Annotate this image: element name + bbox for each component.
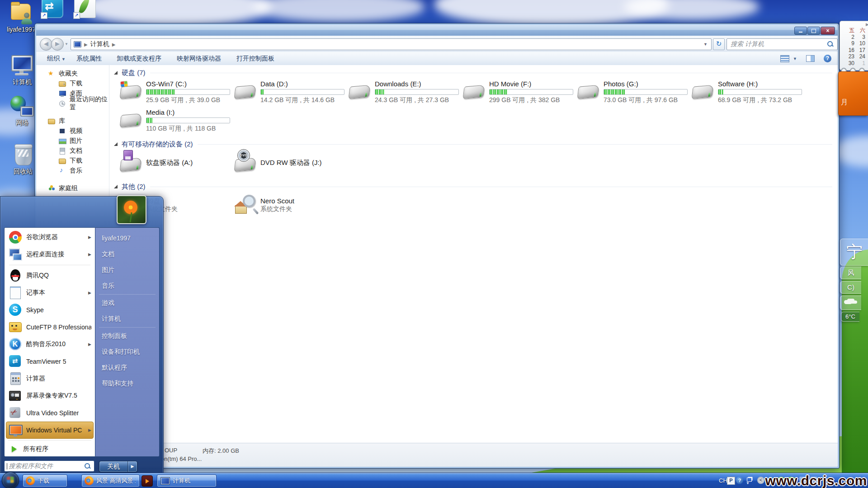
collapse-triangle-icon[interactable]: [114, 142, 118, 146]
start-menu-item[interactable]: 远程桌面连接▶: [5, 246, 95, 263]
shutdown-label[interactable]: 关机: [99, 461, 127, 472]
tile-Photos (G:)[interactable]: Photos (G:)73.0 GB 可用 , 共 97.6 GB: [570, 80, 684, 104]
organize-menu[interactable]: 组织▼: [47, 55, 66, 63]
calendar-next-icon[interactable]: ▶: [866, 22, 868, 27]
calendar-day[interactable]: 10: [854, 40, 865, 47]
user-avatar[interactable]: [117, 195, 146, 224]
start-menu-item[interactable]: CuteFTP 8 Professional: [5, 319, 95, 336]
start-menu-item[interactable]: K酷狗音乐2010▶: [5, 336, 95, 353]
tile-Media (I:)[interactable]: Media (I:)110 GB 可用 , 共 118 GB: [113, 108, 227, 133]
media-player-icon[interactable]: [142, 475, 153, 487]
all-programs-button[interactable]: 所有程序: [5, 441, 95, 457]
collapse-triangle-icon[interactable]: [114, 185, 118, 188]
start-menu-item[interactable]: 腾讯QQ: [5, 267, 95, 284]
start-menu-item[interactable]: 屏幕录像专家V7.5: [5, 387, 95, 404]
start-menu-item[interactable]: Windows Virtual PC▶: [6, 422, 94, 439]
tile-Downloads (E:)[interactable]: Downloads (E:)24.3 GB 可用 , 共 27.3 GB: [341, 80, 456, 104]
title-bar[interactable]: ×: [36, 25, 838, 36]
start-menu-place-音乐[interactable]: 音乐: [95, 278, 159, 294]
calendar-page[interactable]: 月: [838, 71, 868, 116]
tray-chevron-icon[interactable]: ▼: [746, 481, 753, 488]
calendar-day[interactable]: 23: [844, 53, 854, 60]
calendar-day[interactable]: 30: [844, 60, 854, 67]
toolbar-button[interactable]: 打开控制面板: [236, 55, 274, 62]
teamviewer-shortcut-icon[interactable]: ↗: [42, 0, 63, 18]
tile-Nero Scout[interactable]: Nero Scout系统文件夹: [227, 193, 341, 216]
start-menu-item[interactable]: ⇄TeamViewer 5: [5, 353, 95, 370]
tile-Software (H:)[interactable]: Software (H:)68.9 GB 可用 , 共 73.2 GB: [684, 80, 799, 104]
refresh-button[interactable]: ↻: [713, 38, 725, 50]
tray-expand-icon[interactable]: <: [757, 477, 764, 484]
weather-gadget-city[interactable]: 宁: [840, 239, 868, 266]
breadcrumb[interactable]: 计算机: [90, 40, 109, 48]
calendar-day[interactable]: 3: [854, 34, 865, 41]
help-tray-icon[interactable]: ?: [736, 477, 743, 484]
input-method-icon[interactable]: P: [727, 477, 735, 485]
sidebar-group-0[interactable]: 收藏夹: [36, 69, 109, 79]
desktop-icon-user-folder[interactable]: liyafe1997: [4, 2, 39, 33]
photoshop-shortcut-icon[interactable]: ↗: [74, 0, 96, 18]
taskbar-button[interactable]: 风景 高清风景 最近...: [81, 474, 140, 487]
start-menu-place-设备和打印机[interactable]: 设备和打印机: [95, 344, 159, 360]
shutdown-button[interactable]: 关机 ▶: [99, 461, 137, 472]
tile-HD Movie (F:)[interactable]: HD Movie (F:)299 GB 可用 , 共 382 GB: [456, 80, 570, 104]
start-menu-place-计算机[interactable]: 计算机: [95, 311, 159, 327]
history-dropdown-icon[interactable]: ▼: [65, 42, 68, 46]
group-header[interactable]: 有可移动存储的设备 (2): [114, 139, 832, 149]
start-menu-place-默认程序[interactable]: 默认程序: [95, 360, 159, 375]
calendar-day[interactable]: 16: [844, 47, 854, 54]
start-menu-item[interactable]: 谷歌浏览器▶: [5, 229, 95, 246]
start-menu-item[interactable]: 计算器: [5, 370, 95, 387]
start-menu-place-帮助和支持[interactable]: 帮助和支持: [95, 375, 159, 391]
sidebar-item[interactable]: 下载: [36, 156, 109, 166]
back-button[interactable]: ◀: [40, 38, 52, 51]
start-button[interactable]: [2, 472, 19, 488]
toolbar-button[interactable]: 系统属性: [76, 55, 102, 62]
group-header[interactable]: 硬盘 (7): [114, 68, 832, 78]
start-menu-place-游戏[interactable]: 游戏: [95, 295, 159, 311]
search-box[interactable]: 搜索 计算机: [726, 38, 838, 50]
taskbar-button[interactable]: 下载: [23, 474, 67, 487]
shutdown-options-icon[interactable]: ▶: [128, 461, 137, 472]
collapse-triangle-icon[interactable]: [114, 71, 118, 75]
address-bar[interactable]: ▶ 计算机 ▶ ▼: [71, 38, 712, 50]
sidebar-item[interactable]: 音乐: [36, 166, 109, 176]
views-button[interactable]: ▼: [780, 55, 797, 62]
taskbar-button[interactable]: 计算机: [157, 474, 217, 487]
toolbar-button[interactable]: 卸载或更改程序: [117, 55, 161, 62]
help-icon[interactable]: ?: [824, 55, 831, 62]
sidebar-group-2[interactable]: 家庭组: [36, 183, 109, 193]
calendar-day[interactable]: 24: [854, 53, 865, 60]
tile-DVD RW 驱动器 (J:)[interactable]: DVDDVD RW 驱动器 (J:): [227, 151, 341, 174]
minimize-button[interactable]: [794, 27, 807, 35]
sidebar-item[interactable]: 下载: [36, 79, 109, 89]
toolbar-button[interactable]: 映射网络驱动器: [177, 55, 221, 62]
sidebar-item[interactable]: 文档: [36, 146, 109, 156]
start-menu-item[interactable]: 记事本▶: [5, 284, 95, 301]
language-indicator[interactable]: CH: [719, 477, 727, 484]
start-menu-place-文档[interactable]: 文档: [95, 246, 159, 262]
calendar-day[interactable]: 1: [854, 60, 865, 67]
tile-OS-Win7 (C:)[interactable]: OS-Win7 (C:)25.9 GB 可用 , 共 39.0 GB: [113, 80, 227, 104]
start-menu-item[interactable]: Ultra Video Splitter: [5, 404, 95, 422]
address-dropdown-icon[interactable]: ▼: [703, 42, 708, 47]
sidebar-item[interactable]: 视频: [36, 126, 109, 136]
sidebar-item[interactable]: 图片: [36, 136, 109, 146]
start-menu-place-图片[interactable]: 图片: [95, 262, 159, 278]
start-menu-place-liyafe1997[interactable]: liyafe1997: [95, 230, 159, 246]
calendar-gadget[interactable]: ▶ 五六2391016172324301: [840, 21, 868, 70]
preview-pane-icon[interactable]: [806, 55, 815, 62]
calendar-day[interactable]: 17: [854, 47, 865, 54]
start-menu-place-控制面板[interactable]: 控制面板: [95, 328, 159, 344]
calendar-day[interactable]: 9: [844, 40, 854, 47]
tile-软盘驱动器 (A:)[interactable]: 软盘驱动器 (A:): [113, 151, 227, 174]
maximize-button[interactable]: [807, 27, 820, 35]
start-menu-item[interactable]: SSkype: [5, 301, 95, 319]
calendar-day[interactable]: 2: [844, 34, 854, 41]
sidebar-item[interactable]: 最近访问的位置: [36, 99, 109, 108]
sidebar-group-1[interactable]: 库: [36, 116, 109, 126]
close-button[interactable]: ×: [821, 27, 835, 35]
start-search-box[interactable]: 搜索程序和文件: [4, 460, 94, 472]
tile-Data (D:)[interactable]: Data (D:)14.2 GB 可用 , 共 14.6 GB: [227, 80, 341, 104]
forward-button[interactable]: ▶: [51, 38, 64, 51]
